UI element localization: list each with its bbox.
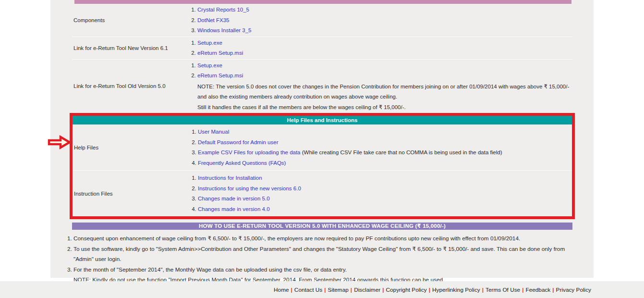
footer-separator: | — [482, 286, 484, 293]
link-annotation: (While creating CSV File take care that … — [301, 149, 502, 155]
row-content: Instructions for Installation Instructio… — [189, 171, 572, 216]
row-label: Help Files — [73, 124, 189, 170]
table-row-help-files: Help Files User Manual Default Password … — [73, 124, 572, 171]
list-item: User Manual — [198, 127, 572, 137]
list-item: Crystal Reports 10_5 — [197, 5, 572, 15]
footer-separator: | — [552, 286, 554, 293]
row-content: Crystal Reports 10_5 DotNet FX35 Windows… — [189, 4, 572, 37]
footer-separator: | — [351, 286, 352, 293]
row-label: Instruction Files — [73, 171, 189, 216]
list-item: Windows Installer 3_5 — [197, 25, 572, 36]
footer-link-privacy-policy[interactable]: Privacy Policy — [556, 286, 591, 293]
link-list: Instructions for Installation Instructio… — [189, 171, 572, 216]
section-top-bar — [74, 0, 571, 4]
list-item: Changes made in version 5.0 — [198, 194, 572, 204]
version-note: Still it handles the cases if all the me… — [197, 102, 572, 113]
row-content: Setup.exe eReturn Setup.msi — [189, 37, 572, 59]
list-item: eReturn Setup.msi — [197, 48, 572, 59]
step-item: To use the software, kindly go to "Syste… — [73, 244, 572, 265]
file-link[interactable]: eReturn Setup.msi — [197, 73, 243, 78]
footer-link-sitemap[interactable]: Sitemap — [328, 286, 349, 293]
help-link[interactable]: Example CSV Files for uploading the data — [198, 149, 301, 155]
step-item: For the month of "September 2014", the M… — [73, 265, 572, 275]
instruction-link[interactable]: Instructions for Installation — [198, 175, 262, 181]
footer-link-disclaimer[interactable]: Disclaimer — [354, 286, 380, 293]
link-list: Setup.exe eReturn Setup.msi — [189, 37, 572, 59]
version-note: NOTE: The version 5.0 does not cover the… — [197, 82, 572, 102]
file-link[interactable]: Crystal Reports 10_5 — [197, 7, 249, 12]
list-item: Instructions for Installation — [198, 173, 572, 184]
table-row-old-version: Link for e-Return Tool Old Version 5.0 S… — [72, 60, 572, 113]
footer-separator: | — [382, 286, 384, 293]
footer-link-hyperlinking-policy[interactable]: Hyperlinking Policy — [432, 286, 480, 293]
list-item: Instructions for using the new versions … — [198, 184, 572, 194]
table-row-components: Components Crystal Reports 10_5 DotNet F… — [72, 4, 572, 37]
help-link[interactable]: Default Password for Admin user — [198, 139, 278, 145]
footer-link-copyright-policy[interactable]: Copyright Policy — [386, 286, 427, 293]
footer-separator: | — [429, 286, 430, 293]
how-to-header: HOW TO USE E-RETURN TOOL VERSION 5.0 WIT… — [72, 223, 572, 230]
footer-link-home[interactable]: Home — [274, 286, 289, 293]
file-link[interactable]: Windows Installer 3_5 — [197, 27, 252, 33]
row-label: Link for e-Return Tool New Version 6.1 — [72, 37, 189, 59]
footer-separator: | — [522, 286, 523, 293]
row-label: Link for e-Return Tool Old Version 5.0 — [72, 60, 189, 113]
footer-link-terms-of-use[interactable]: Terms Of Use — [486, 286, 520, 293]
help-files-highlight-box: Help Files and Instructions Help Files U… — [70, 113, 575, 219]
row-label: Components — [72, 4, 189, 37]
footer-separator: | — [324, 286, 326, 293]
red-arrow-pointer-icon — [48, 135, 72, 150]
row-content: Setup.exe eReturn Setup.msi NOTE: The ve… — [189, 60, 572, 113]
list-item: Default Password for Admin user — [198, 137, 572, 148]
instruction-link[interactable]: Changes made in version 5.0 — [198, 196, 270, 201]
list-item: Setup.exe — [197, 61, 572, 71]
list-item: Changes made in version 4.0 — [198, 204, 572, 215]
help-link[interactable]: User Manual — [198, 129, 229, 135]
list-item: DotNet FX35 — [197, 15, 572, 26]
content-area: Components Crystal Reports 10_5 DotNet F… — [50, 0, 594, 278]
link-list: Setup.exe eReturn Setup.msi — [189, 60, 572, 82]
list-item: Setup.exe — [197, 38, 572, 49]
instruction-link[interactable]: Instructions for using the new versions … — [198, 186, 301, 191]
instruction-link[interactable]: Changes made in version 4.0 — [198, 206, 270, 212]
list-item: Example CSV Files for uploading the data… — [198, 148, 572, 158]
file-link[interactable]: DotNet FX35 — [197, 17, 229, 23]
file-link[interactable]: eReturn Setup.msi — [197, 50, 243, 56]
how-to-steps: Consequent upon enhancement of wage ceil… — [65, 234, 572, 275]
footer-nav: Home| Contact Us| Sitemap| Disclaimer| C… — [0, 281, 644, 298]
footer-separator: | — [291, 286, 292, 293]
link-list: User Manual Default Password for Admin u… — [189, 124, 572, 170]
help-link[interactable]: Frequently Asked Questions (FAQs) — [198, 160, 286, 166]
list-item: eReturn Setup.msi — [197, 71, 572, 81]
main-table: Components Crystal Reports 10_5 DotNet F… — [72, 0, 572, 286]
table-row-instruction-files: Instruction Files Instructions for Insta… — [73, 171, 572, 216]
step-item: Consequent upon enhancement of wage ceil… — [73, 234, 572, 244]
help-section-header: Help Files and Instructions — [73, 116, 572, 124]
table-row-new-version: Link for e-Return Tool New Version 6.1 S… — [72, 37, 572, 60]
file-link[interactable]: Setup.exe — [197, 62, 222, 68]
row-content: User Manual Default Password for Admin u… — [189, 124, 572, 170]
list-item: Frequently Asked Questions (FAQs) — [198, 158, 572, 169]
file-link[interactable]: Setup.exe — [197, 40, 222, 46]
link-list: Crystal Reports 10_5 DotNet FX35 Windows… — [189, 4, 572, 37]
footer-link-contact-us[interactable]: Contact Us — [294, 286, 322, 293]
footer-link-feedback[interactable]: Feedback — [525, 286, 550, 293]
